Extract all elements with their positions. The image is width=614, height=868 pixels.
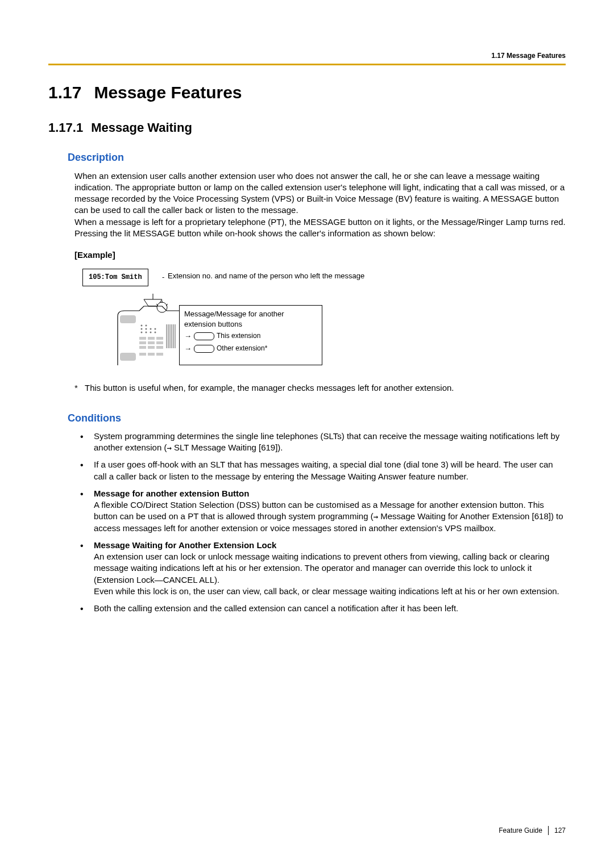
message-box-title: Message/Message for another extension bu…: [184, 309, 317, 329]
condition-item: If a user goes off-hook with an SLT that…: [74, 459, 566, 482]
description-heading: Description: [68, 151, 566, 164]
condition-item: Message for another extension Button A f…: [74, 488, 566, 534]
button-icon: [194, 345, 214, 353]
condition-item: Message Waiting for Another Extension Lo…: [74, 540, 566, 597]
svg-rect-28: [156, 346, 163, 349]
callout-dash: -: [162, 272, 164, 282]
example-diagram: 105:Tom Smith - Extension no. and name o…: [74, 265, 484, 372]
condition-subtitle: Message for another extension Button: [94, 489, 249, 498]
svg-point-13: [146, 328, 147, 330]
svg-rect-25: [156, 341, 163, 344]
page-footer: Feature Guide 127: [499, 826, 566, 835]
condition-text: An extension user can lock or unlock mes…: [94, 552, 559, 596]
subsection-text: Message Waiting: [91, 120, 192, 135]
condition-item: System programming determines the single…: [74, 431, 566, 454]
svg-rect-21: [148, 337, 155, 340]
svg-point-10: [141, 325, 143, 327]
condition-text: Both the calling extension and the calle…: [94, 603, 458, 613]
svg-rect-9: [120, 353, 136, 361]
section-number: 1.17: [48, 83, 81, 102]
svg-point-17: [146, 332, 147, 333]
svg-point-16: [141, 332, 143, 333]
arrow-icon: →: [184, 344, 192, 354]
arrow-icon: →: [184, 331, 192, 341]
section-text: Message Features: [94, 83, 242, 102]
arrow-icon: →: [167, 443, 171, 453]
svg-point-14: [150, 328, 152, 330]
diagram-footnote: * This button is useful when, for exampl…: [74, 382, 566, 394]
subsection-number: 1.17.1: [48, 120, 83, 135]
running-head: 1.17 Message Features: [48, 51, 566, 60]
description-body: When an extension user calls another ext…: [74, 170, 566, 240]
svg-rect-24: [148, 341, 155, 344]
this-extension-row: → This extension: [184, 331, 317, 342]
conditions-list: System programming determines the single…: [74, 431, 566, 615]
section-title: 1.17Message Features: [48, 81, 566, 105]
svg-point-19: [155, 332, 156, 333]
condition-subtitle: Message Waiting for Another Extension Lo…: [94, 540, 276, 550]
this-extension-label: This extension: [217, 331, 260, 340]
footer-page-number: 127: [554, 826, 566, 835]
other-extension-row: → Other extension*: [184, 343, 317, 354]
footer-separator: [548, 826, 549, 835]
lcd-display-box: 105:Tom Smith: [82, 269, 148, 286]
condition-item: Both the calling extension and the calle…: [74, 603, 566, 614]
example-label: [Example]: [74, 249, 566, 261]
manual-page: 1.17 Message Features 1.17Message Featur…: [0, 0, 614, 868]
condition-text: SLT Message Waiting [619]).: [172, 443, 283, 452]
svg-rect-26: [139, 346, 146, 349]
condition-text: If a user goes off-hook with an SLT that…: [94, 460, 553, 481]
footnote-text: This button is useful when, for example,…: [85, 382, 454, 394]
svg-point-18: [150, 332, 152, 333]
footnote-star: *: [74, 382, 85, 394]
svg-rect-20: [139, 337, 146, 340]
svg-rect-31: [156, 353, 163, 356]
condition-text: System programming determines the single…: [94, 431, 559, 452]
subsection-title: 1.17.1Message Waiting: [48, 119, 566, 136]
header-rule: [48, 64, 566, 65]
svg-point-11: [146, 325, 147, 327]
svg-rect-27: [148, 346, 155, 349]
svg-rect-8: [120, 315, 136, 323]
svg-point-4: [157, 302, 167, 312]
button-icon: [194, 332, 214, 340]
svg-rect-29: [139, 353, 146, 356]
other-extension-label: Other extension*: [217, 344, 267, 353]
arrow-icon: →: [374, 511, 378, 522]
lcd-description: Extension no. and name of the person who…: [168, 271, 364, 281]
message-button-box: Message/Message for another extension bu…: [179, 305, 322, 365]
footer-guide-label: Feature Guide: [499, 826, 542, 835]
svg-point-12: [141, 328, 143, 330]
svg-rect-30: [148, 353, 155, 356]
conditions-heading: Conditions: [68, 411, 566, 425]
svg-rect-23: [139, 341, 146, 344]
svg-point-15: [155, 328, 156, 330]
svg-rect-22: [156, 337, 163, 340]
